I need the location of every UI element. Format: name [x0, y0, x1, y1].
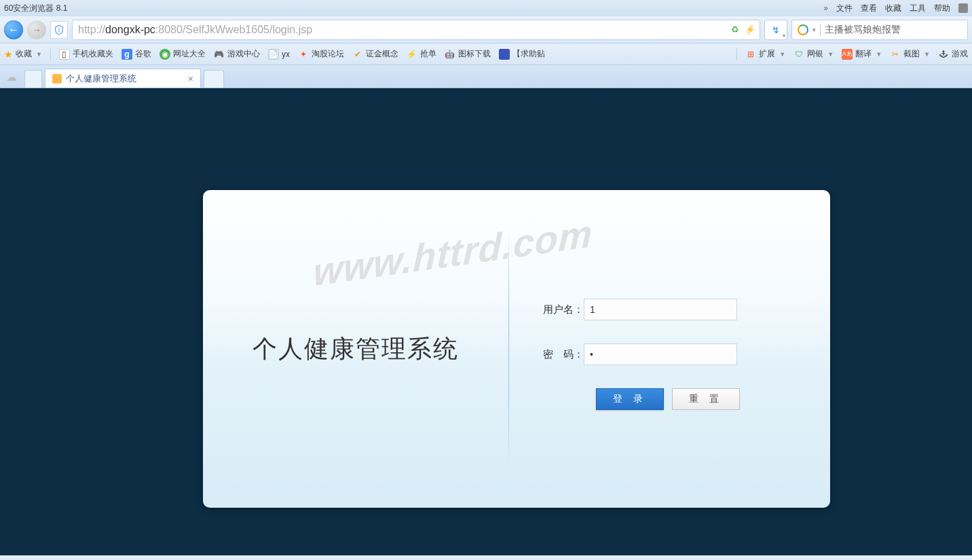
forward-button[interactable]: → — [27, 20, 46, 39]
google-icon: g — [122, 49, 132, 60]
menu-help[interactable]: 帮助 — [934, 3, 950, 14]
toolbar-games[interactable]: 🕹游戏 — [938, 48, 968, 60]
cloud-sync-icon[interactable]: ☁ — [4, 69, 19, 84]
menu-tools[interactable]: 工具 — [910, 3, 926, 14]
username-input[interactable] — [584, 299, 737, 320]
address-bar: ← → http://dongxk-pc:8080/SelfJkWweb1605… — [0, 16, 972, 43]
bookmark-favorites[interactable]: ★收藏▼ — [4, 48, 42, 60]
browser-title: 60安全浏览器 8.1 — [4, 3, 67, 14]
divider — [50, 48, 51, 60]
new-tab-button[interactable] — [204, 70, 224, 88]
robot-icon: 🤖 — [445, 49, 455, 60]
shield-icon: 🛡 — [793, 49, 804, 60]
login-button[interactable]: 登 录 — [596, 388, 664, 410]
login-panel: 个人健康管理系统 用户名： 密 码： 登 录 重 置 — [203, 190, 830, 508]
browser-title-bar: 60安全浏览器 8.1 » 文件 查看 收藏 工具 帮助 — [0, 0, 972, 16]
doc-icon: 📄 — [268, 49, 279, 60]
lightning-icon[interactable]: ⚡ — [745, 24, 755, 35]
bookmark-yx[interactable]: 📄yx — [268, 49, 290, 60]
password-input[interactable] — [584, 343, 737, 365]
grid-icon: ⊞ — [745, 49, 756, 60]
bookmarks-bar: ★收藏▼ ▯手机收藏夹 g谷歌 ◉网址大全 🎮游戏中心 📄yx ✦淘股论坛 ✔证… — [0, 43, 972, 65]
paw-icon: 🐾 — [499, 49, 510, 60]
tab-close-icon[interactable]: × — [188, 73, 193, 84]
gamepad-icon: 🎮 — [214, 49, 225, 60]
favicon-icon — [52, 74, 62, 83]
bookmark-mobile[interactable]: ▯手机收藏夹 — [59, 48, 113, 60]
status-bar — [0, 555, 972, 560]
svg-point-0 — [59, 31, 60, 31]
spark-icon: ✦ — [298, 49, 309, 60]
search-placeholder: 主播被骂娘炮报警 — [825, 24, 901, 36]
tab-title: 个人健康管理系统 — [66, 73, 136, 85]
star-icon: ★ — [4, 49, 13, 60]
bookmark-taogu[interactable]: ✦淘股论坛 — [298, 48, 344, 60]
reset-button[interactable]: 重 置 — [672, 388, 740, 410]
tab-bar: ☁ 个人健康管理系统 × — [0, 65, 972, 88]
recycle-icon[interactable]: ♻ — [730, 24, 741, 35]
bookmark-qiangdan[interactable]: ⚡抢单 — [407, 48, 436, 60]
toolbar-screenshot[interactable]: ✂截图▼ — [890, 48, 930, 60]
security-shield-icon[interactable] — [50, 21, 68, 39]
url-input[interactable]: http://dongxk-pc:8080/SelfJkWweb1605/log… — [72, 20, 760, 40]
divider — [736, 48, 737, 60]
menu-favorites[interactable]: 收藏 — [885, 3, 901, 14]
compass-icon: ◉ — [160, 49, 170, 60]
bookmark-zhengjin[interactable]: ✔证金概念 — [352, 48, 398, 60]
scissors-icon: ✂ — [890, 49, 901, 60]
more-icon[interactable]: » — [823, 3, 828, 13]
bookmark-help[interactable]: 🐾【求助贴 — [499, 48, 545, 60]
refresh-button[interactable]: ↯▾ — [764, 20, 787, 40]
joystick-icon: 🕹 — [938, 49, 949, 60]
bolt-icon: ⚡ — [407, 49, 417, 60]
search-box[interactable]: ▾ 主播被骂娘炮报警 — [791, 20, 968, 40]
login-left: 个人健康管理系统 — [203, 190, 508, 508]
tab-active[interactable]: 个人健康管理系统 × — [45, 69, 201, 88]
back-button[interactable]: ← — [4, 20, 23, 39]
skin-icon[interactable] — [958, 3, 968, 13]
phone-icon: ▯ — [59, 49, 70, 60]
login-form: 用户名： 密 码： 登 录 重 置 — [509, 190, 830, 508]
menu-file[interactable]: 文件 — [836, 3, 853, 14]
toolbar-extensions[interactable]: ⊞扩展▼ — [745, 48, 785, 60]
translate-icon: Aあ — [842, 49, 853, 60]
system-title: 个人健康管理系统 — [253, 333, 459, 366]
tab-thumb[interactable] — [24, 70, 42, 88]
separator — [820, 24, 821, 36]
swoosh-icon: ✔ — [352, 49, 363, 60]
page-content: 个人健康管理系统 用户名： 密 码： 登 录 重 置 www.httrd.com — [0, 88, 972, 555]
username-label: 用户名： — [532, 303, 584, 316]
search-engine-icon — [798, 24, 808, 35]
bookmark-games[interactable]: 🎮游戏中心 — [214, 48, 260, 60]
bookmark-icons[interactable]: 🤖图标下载 — [445, 48, 491, 60]
url-text: http://dongxk-pc:8080/SelfJkWweb1605/log… — [78, 24, 312, 36]
toolbar-bank[interactable]: 🛡网银▼ — [793, 48, 834, 60]
bookmark-google[interactable]: g谷歌 — [122, 48, 151, 60]
menu-view[interactable]: 查看 — [861, 3, 877, 14]
password-label: 密 码： — [532, 348, 584, 361]
bookmark-sites[interactable]: ◉网址大全 — [160, 48, 206, 60]
toolbar-translate[interactable]: Aあ翻译▼ — [842, 48, 882, 60]
